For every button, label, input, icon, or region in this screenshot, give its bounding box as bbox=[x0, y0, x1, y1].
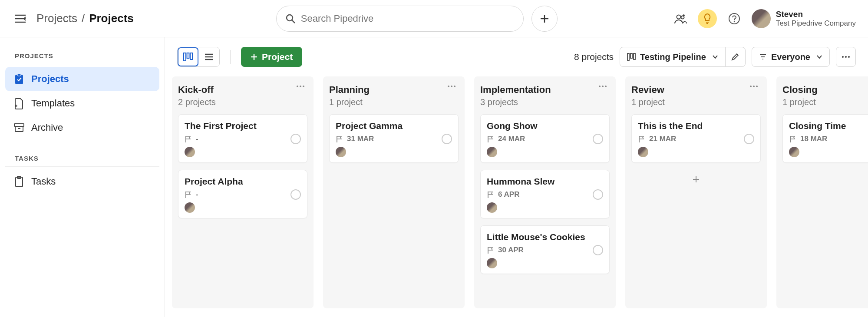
divider bbox=[230, 50, 231, 64]
card-date-row: 31 MAR bbox=[336, 135, 452, 143]
column-more-button[interactable] bbox=[294, 84, 307, 89]
ellipsis-icon bbox=[598, 85, 607, 88]
project-card[interactable]: The First Project- bbox=[178, 114, 307, 163]
sidebar-item-templates[interactable]: Templates bbox=[5, 91, 159, 116]
clipboard-check-icon bbox=[13, 73, 25, 85]
column-more-button[interactable] bbox=[596, 84, 610, 89]
archive-icon bbox=[13, 122, 25, 134]
ellipsis-icon bbox=[842, 56, 850, 58]
sidebar-collapse-button[interactable] bbox=[12, 10, 29, 27]
new-project-button[interactable]: Project bbox=[241, 47, 302, 67]
column-title: Planning bbox=[329, 84, 370, 96]
column-more-button[interactable] bbox=[747, 84, 761, 89]
card-date-row: 24 MAR bbox=[487, 135, 603, 143]
plus-icon bbox=[692, 175, 700, 184]
kanban-board: Kick-off2 projectsThe First Project-Proj… bbox=[165, 76, 868, 317]
user-name: Steven bbox=[776, 10, 856, 19]
column-title: Kick-off bbox=[178, 84, 216, 96]
svg-rect-25 bbox=[187, 53, 189, 58]
breadcrumb: Projects / Projects bbox=[36, 12, 134, 25]
card-title: This is the End bbox=[638, 121, 754, 131]
card-status-circle[interactable] bbox=[744, 134, 754, 144]
card-date-row: - bbox=[185, 135, 301, 143]
svg-point-50 bbox=[750, 86, 752, 87]
user-menu[interactable]: Steven Test Pipedrive Company bbox=[752, 9, 856, 28]
pipeline-selector[interactable]: Testing Pipeline bbox=[620, 47, 726, 67]
tips-button[interactable] bbox=[698, 9, 717, 28]
card-owner-avatar bbox=[185, 147, 195, 157]
collapse-icon bbox=[14, 13, 26, 24]
card-date: 30 APR bbox=[498, 246, 524, 254]
card-status-circle[interactable] bbox=[290, 134, 301, 144]
project-card[interactable]: This is the End21 MAR bbox=[631, 114, 761, 163]
lightbulb-icon bbox=[703, 13, 712, 24]
sidebar: PROJECTS Projects Templates Archive TASK… bbox=[0, 37, 165, 317]
project-card[interactable]: Hummona Slew6 APR bbox=[480, 170, 610, 218]
svg-rect-26 bbox=[190, 53, 192, 59]
board-view-button[interactable] bbox=[178, 47, 198, 66]
svg-rect-33 bbox=[630, 53, 632, 58]
flag-icon bbox=[789, 135, 797, 143]
ellipsis-icon bbox=[447, 85, 456, 88]
more-options-button[interactable] bbox=[836, 47, 856, 67]
kanban-column: Implementation3 projectsGong Show24 MARH… bbox=[474, 76, 616, 308]
project-card[interactable]: Project Alpha- bbox=[178, 170, 307, 218]
column-more-button[interactable] bbox=[445, 84, 459, 89]
card-status-circle[interactable] bbox=[442, 134, 452, 144]
svg-point-38 bbox=[842, 56, 844, 58]
card-status-circle[interactable] bbox=[593, 189, 603, 200]
search-bar[interactable] bbox=[276, 6, 524, 32]
card-owner-avatar bbox=[336, 147, 346, 157]
flag-icon bbox=[487, 135, 495, 143]
edit-pipeline-button[interactable] bbox=[726, 47, 746, 67]
owner-filter[interactable]: Everyone bbox=[752, 47, 830, 67]
project-card[interactable]: Closing Time18 MAR bbox=[782, 114, 868, 163]
card-date-row: 30 APR bbox=[487, 246, 603, 254]
svg-point-48 bbox=[602, 86, 604, 87]
card-status-circle[interactable] bbox=[593, 245, 603, 255]
svg-point-14 bbox=[733, 21, 735, 22]
svg-point-46 bbox=[454, 86, 455, 87]
sidebar-item-archive[interactable]: Archive bbox=[5, 116, 159, 140]
templates-icon bbox=[13, 97, 25, 109]
card-status-circle[interactable] bbox=[593, 134, 603, 144]
kanban-column: Kick-off2 projectsThe First Project-Proj… bbox=[172, 76, 314, 308]
project-card[interactable]: Project Gamma31 MAR bbox=[329, 114, 459, 163]
card-date-row: 21 MAR bbox=[638, 135, 754, 143]
flag-icon bbox=[336, 135, 343, 143]
svg-point-40 bbox=[848, 56, 850, 58]
add-card-button[interactable] bbox=[631, 169, 761, 190]
sidebar-item-tasks[interactable]: Tasks bbox=[5, 169, 159, 194]
ellipsis-icon bbox=[296, 85, 305, 88]
breadcrumb-current: Projects bbox=[89, 12, 134, 25]
chevron-down-icon bbox=[712, 55, 718, 59]
card-status-circle[interactable] bbox=[290, 189, 301, 200]
breadcrumb-root[interactable]: Projects bbox=[36, 12, 77, 25]
quick-add-button[interactable] bbox=[531, 6, 558, 32]
project-card[interactable]: Little Mouse's Cookies30 APR bbox=[480, 225, 610, 274]
search-icon bbox=[285, 13, 296, 24]
flag-icon bbox=[487, 246, 495, 254]
help-button[interactable] bbox=[725, 9, 744, 28]
project-card[interactable]: Gong Show24 MAR bbox=[480, 114, 610, 163]
sidebar-item-projects[interactable]: Projects bbox=[5, 67, 159, 91]
sidebar-section-projects: PROJECTS bbox=[5, 47, 159, 64]
column-title: Review bbox=[631, 84, 665, 96]
sidebar-item-label: Archive bbox=[31, 122, 63, 133]
invite-users-button[interactable] bbox=[671, 9, 690, 28]
board-icon bbox=[183, 53, 193, 61]
card-owner-avatar bbox=[487, 147, 497, 157]
search-input[interactable] bbox=[301, 13, 515, 24]
svg-point-52 bbox=[756, 86, 758, 87]
list-view-button[interactable] bbox=[198, 47, 219, 66]
card-date: - bbox=[196, 135, 198, 143]
kanban-column: Closing1 projectClosing Time18 MAR bbox=[776, 76, 868, 308]
column-title: Closing bbox=[782, 84, 818, 96]
card-owner-avatar bbox=[185, 202, 195, 213]
svg-point-42 bbox=[300, 86, 301, 87]
card-title: Little Mouse's Cookies bbox=[487, 232, 603, 242]
svg-point-47 bbox=[599, 86, 601, 87]
ellipsis-icon bbox=[749, 85, 758, 88]
flag-icon bbox=[487, 191, 495, 198]
app-header: Projects / Projects bbox=[0, 0, 868, 37]
